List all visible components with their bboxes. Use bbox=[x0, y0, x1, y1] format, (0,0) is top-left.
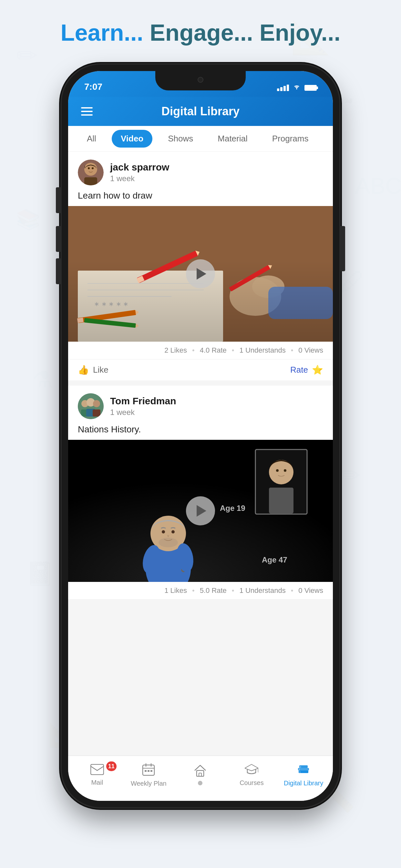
hero-engage: Engage... bbox=[143, 20, 253, 45]
like-label-1: Like bbox=[93, 365, 109, 375]
svg-point-16 bbox=[88, 167, 90, 169]
hero-title: Learn... Engage... Enjoy... bbox=[0, 20, 401, 46]
svg-point-61 bbox=[284, 469, 286, 472]
rate-button-1[interactable]: Rate ⭐ bbox=[290, 365, 323, 375]
post-username-2: Tom Friedman bbox=[110, 396, 323, 407]
tab-programs[interactable]: Programs bbox=[263, 130, 318, 148]
svg-text:Age 19: Age 19 bbox=[220, 504, 245, 513]
stat-likes-1: 2 Likes bbox=[164, 346, 187, 354]
tab-all[interactable]: All bbox=[78, 130, 105, 148]
svg-text:ABC: ABC bbox=[355, 174, 401, 198]
svg-marker-33 bbox=[135, 323, 139, 328]
post-caption-2: Nations History. bbox=[68, 424, 333, 440]
svg-text:🖊: 🖊 bbox=[339, 268, 365, 296]
post-time-1: 1 week bbox=[110, 174, 323, 183]
svg-marker-30 bbox=[135, 309, 139, 315]
svg-point-51 bbox=[158, 538, 178, 547]
hero-enjoy: Enjoy... bbox=[253, 20, 341, 45]
bottom-nav: 11 Mail bbox=[68, 755, 333, 801]
hero-learn: Learn... bbox=[61, 20, 143, 45]
stats-bar-2: 1 Likes • 5.0 Rate • 1 Understands • 0 V… bbox=[68, 582, 333, 600]
svg-point-17 bbox=[92, 167, 94, 169]
svg-rect-65 bbox=[91, 764, 104, 775]
stat-rate-2: 5.0 Rate bbox=[200, 586, 227, 595]
like-button-1[interactable]: 👍 Like bbox=[78, 365, 109, 375]
menu-button[interactable] bbox=[81, 107, 93, 116]
stat-views-2: 0 Views bbox=[298, 586, 323, 595]
status-icons bbox=[277, 84, 317, 94]
play-button-2[interactable] bbox=[186, 496, 215, 525]
home-active-dot bbox=[198, 781, 203, 785]
action-bar-1: 👍 Like Rate ⭐ bbox=[68, 360, 333, 380]
books-icon bbox=[297, 764, 310, 778]
svg-text:📚: 📚 bbox=[16, 208, 40, 231]
home-icon bbox=[193, 764, 207, 779]
post-user-info-1: jack sparrow 1 week bbox=[110, 162, 323, 183]
nav-item-mail[interactable]: 11 Mail bbox=[78, 764, 117, 786]
nav-label-digital-library: Digital Library bbox=[284, 779, 323, 787]
svg-rect-28 bbox=[136, 276, 144, 283]
svg-point-34 bbox=[229, 277, 281, 316]
svg-rect-62 bbox=[269, 488, 294, 514]
tab-video[interactable]: Video bbox=[112, 130, 152, 148]
avatar-tom bbox=[78, 393, 104, 419]
nav-label-courses: Courses bbox=[240, 779, 264, 786]
stat-understands-2: 1 Understands bbox=[240, 586, 286, 595]
post-video-1[interactable]: ∗ ∗ ∗ ∗ ∗ bbox=[68, 206, 333, 342]
svg-rect-71 bbox=[148, 770, 150, 772]
notch-camera bbox=[197, 77, 204, 83]
status-time: 7:07 bbox=[84, 82, 102, 94]
svg-text:∗ ∗ ∗ ∗ ∗: ∗ ∗ ∗ ∗ ∗ bbox=[94, 300, 128, 307]
stat-views-1: 0 Views bbox=[298, 346, 323, 354]
filter-tabs-bar: All Video Shows Material Programs bbox=[68, 126, 333, 152]
star-icon-1: ⭐ bbox=[312, 365, 323, 375]
phone-shell: 7:07 bbox=[62, 65, 339, 807]
svg-rect-37 bbox=[229, 265, 270, 291]
nav-label-weekly-plan: Weekly Plan bbox=[131, 780, 166, 787]
graduation-icon bbox=[245, 764, 258, 777]
tab-shows[interactable]: Shows bbox=[159, 130, 202, 148]
mail-icon bbox=[90, 764, 104, 777]
svg-point-52 bbox=[162, 530, 165, 533]
svg-rect-78 bbox=[298, 768, 309, 771]
svg-point-44 bbox=[93, 400, 100, 407]
signal-icon bbox=[277, 85, 289, 91]
svg-marker-38 bbox=[268, 264, 273, 269]
post-time-2: 1 week bbox=[110, 408, 323, 417]
nav-item-home[interactable] bbox=[181, 764, 220, 786]
svg-rect-32 bbox=[84, 318, 136, 328]
svg-rect-29 bbox=[78, 310, 136, 323]
post-video-2[interactable]: Age 19 Age 47 bbox=[68, 440, 333, 582]
nav-item-weekly-plan[interactable]: Weekly Plan bbox=[129, 763, 168, 787]
svg-text:Age 47: Age 47 bbox=[262, 555, 287, 564]
phone-screen: 7:07 bbox=[68, 71, 333, 801]
stats-bar-1: 2 Likes • 4.0 Rate • 1 Understands • 0 V… bbox=[68, 342, 333, 360]
svg-rect-31 bbox=[77, 318, 84, 323]
thumb-icon: 👍 bbox=[78, 365, 89, 375]
post-card-2: Tom Friedman 1 week Nations History. bbox=[68, 385, 333, 600]
svg-text:⚗: ⚗ bbox=[32, 367, 53, 392]
post-user-info-2: Tom Friedman 1 week bbox=[110, 396, 323, 417]
svg-point-53 bbox=[172, 530, 175, 533]
header-title: Digital Library bbox=[161, 104, 240, 118]
svg-rect-70 bbox=[145, 770, 147, 772]
post-caption-1: Learn how to draw bbox=[68, 190, 333, 206]
svg-rect-45 bbox=[93, 409, 100, 416]
post-header-1: jack sparrow 1 week bbox=[68, 152, 333, 190]
wifi-icon bbox=[293, 84, 301, 92]
stat-likes-2: 1 Likes bbox=[164, 586, 187, 595]
tab-material[interactable]: Material bbox=[209, 130, 256, 148]
avatar-jack bbox=[78, 159, 104, 185]
svg-point-60 bbox=[276, 469, 279, 472]
svg-text:📓: 📓 bbox=[26, 560, 54, 587]
content-area: jack sparrow 1 week Learn how to draw bbox=[68, 152, 333, 755]
post-header-2: Tom Friedman 1 week bbox=[68, 385, 333, 424]
nav-label-mail: Mail bbox=[91, 779, 103, 786]
svg-text:✏: ✏ bbox=[339, 461, 361, 490]
rate-label-1: Rate bbox=[290, 365, 308, 375]
post-username-1: jack sparrow bbox=[110, 162, 323, 173]
calendar-icon bbox=[142, 763, 155, 778]
nav-item-courses[interactable]: Courses bbox=[232, 764, 271, 786]
nav-item-digital-library[interactable]: Digital Library bbox=[284, 764, 323, 787]
play-button-1[interactable] bbox=[186, 259, 215, 288]
